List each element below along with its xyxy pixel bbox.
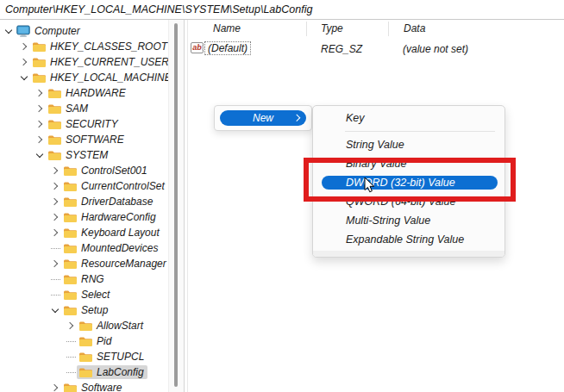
chevron-right-icon[interactable] [20,59,27,65]
folder-icon [63,227,78,239]
tree-item-allowstart[interactable]: AllowStart [0,318,168,333]
folder-icon [78,335,93,347]
folder-icon [47,149,62,161]
tree-item-label: SOFTWARE [66,134,124,146]
tree-item-label: CurrentControlSet [81,180,165,192]
tree-item-system[interactable]: SYSTEM [0,147,168,163]
tree-item-label: DriverDatabase [81,196,153,208]
tree-item-label: LabConfig [97,366,144,378]
chevron-right-icon[interactable] [35,105,42,112]
tree-item-sam[interactable]: SAM [0,101,168,116]
menu-item-expandable-string-value[interactable]: Expandable String Value [313,230,504,249]
scrollbar-thumb[interactable] [174,23,178,387]
folder-icon [47,103,62,115]
folder-icon [63,382,78,392]
tree-item-label: AllowStart [97,320,143,332]
tree-item-setupcl[interactable]: SETUPCL [0,349,168,364]
value-type: REG_SZ [321,43,362,55]
tree-item-controlset001[interactable]: ControlSet001 [0,163,168,178]
tree-item-label: Pid [97,335,111,347]
folder-icon [47,134,62,146]
chevron-right-icon[interactable] [51,384,58,391]
menu-item-label: Multi-String Value [313,215,430,227]
tree-item-rng[interactable]: RNG [0,271,168,287]
menu-item-multi-string-value[interactable]: Multi-String Value [313,211,504,230]
tree-item-pid[interactable]: Pid [0,333,168,349]
chevron-down-icon[interactable] [21,73,28,80]
tree-item-label: MountedDevices [81,242,158,254]
chevron-right-icon[interactable] [35,136,42,143]
folder-icon [63,289,78,301]
pane-splitter[interactable] [184,20,185,392]
chevron-right-icon[interactable] [35,90,42,96]
folder-icon [32,40,47,53]
value-data: (value not set) [403,43,468,55]
chevron-right-icon[interactable] [35,121,42,128]
tree-item-keyboard-layout[interactable]: Keyboard Layout [0,225,168,240]
tree-scrollbar[interactable] [168,20,184,392]
tree-item-resourcemanager[interactable]: ResourceManager [0,256,168,271]
menu-item-string-value[interactable]: String Value [313,135,504,154]
tree-item-label: SAM [66,103,88,115]
chevron-right-icon[interactable] [51,260,58,267]
value-row-default[interactable]: ab (Default) REG_SZ (value not set) [188,42,564,58]
tree-item-driverdatabase[interactable]: DriverDatabase [0,194,168,209]
tree-item-software[interactable]: Software [0,380,168,392]
tree-item-hkey-local-machine[interactable]: HKEY_LOCAL_MACHINE [0,70,168,85]
column-header-name[interactable]: Name [213,22,241,34]
address-bar[interactable]: Computer\HKEY_LOCAL_MACHINE\SYSTEM\Setup… [0,0,564,20]
tree-item-label: HARDWARE [66,87,126,99]
folder-icon [78,351,93,363]
tree-item-label: SETUPCL [97,351,144,363]
chevron-down-icon[interactable] [36,151,43,158]
menu-item-key[interactable]: Key [313,109,504,128]
computer-icon [16,25,31,37]
chevron-down-icon[interactable] [52,306,59,313]
tree-item-label: ControlSet001 [81,165,147,177]
tree-item-mounteddevices[interactable]: MountedDevices [0,240,168,256]
tree-item-computer[interactable]: Computer [0,23,168,39]
chevron-right-icon[interactable] [20,43,27,50]
chevron-down-icon[interactable] [5,27,12,34]
tree-item-labconfig[interactable]: LabConfig [0,364,168,380]
menu-item-new[interactable]: New [220,110,306,126]
chevron-right-icon[interactable] [51,229,58,236]
tree-item-software[interactable]: SOFTWARE [0,132,168,147]
tree-item-security[interactable]: SECURITY [0,116,168,132]
folder-icon [63,196,78,208]
folder-icon [63,165,78,177]
tree-item-label: Computer [34,25,80,37]
chevron-right-icon[interactable] [51,167,58,174]
column-header-data[interactable]: Data [404,22,425,34]
tree-connector [51,294,60,296]
tree-item-hkey-classes-root[interactable]: HKEY_CLASSES_ROOT [0,39,168,54]
tree-item-hardwareconfig[interactable]: HardwareConfig [0,209,168,225]
list-header: Name Type Data [188,20,564,39]
registry-tree: ComputerHKEY_CLASSES_ROOTHKEY_CURRENT_US… [0,20,168,392]
folder-icon [47,87,62,99]
tree-item-hardware[interactable]: HARDWARE [0,85,168,101]
tree-item-label: HardwareConfig [81,211,156,223]
tree-item-setup[interactable]: Setup [0,302,168,318]
chevron-right-icon[interactable] [66,322,73,329]
tree-connector [51,278,60,280]
chevron-right-icon[interactable] [51,183,58,190]
chevron-right-icon[interactable] [51,214,58,221]
annotation-rectangle [304,158,516,202]
tree-connector [51,247,60,249]
tree-item-currentcontrolset[interactable]: CurrentControlSet [0,178,168,194]
folder-icon [63,242,78,254]
menu-item-label: Expandable String Value [313,233,464,246]
value-name[interactable]: (Default) [204,41,251,55]
column-header-type[interactable]: Type [321,22,343,34]
folder-icon [63,180,78,192]
mouse-cursor [364,177,376,194]
column-divider[interactable] [306,22,307,36]
folder-icon [63,258,78,270]
tree-item-select[interactable]: Select [0,287,168,302]
chevron-right-icon[interactable] [51,198,58,205]
column-divider[interactable] [388,22,389,36]
folder-icon [63,211,78,223]
tree-item-label: Software [81,382,122,392]
tree-item-hkey-current-user[interactable]: HKEY_CURRENT_USER [0,54,168,70]
